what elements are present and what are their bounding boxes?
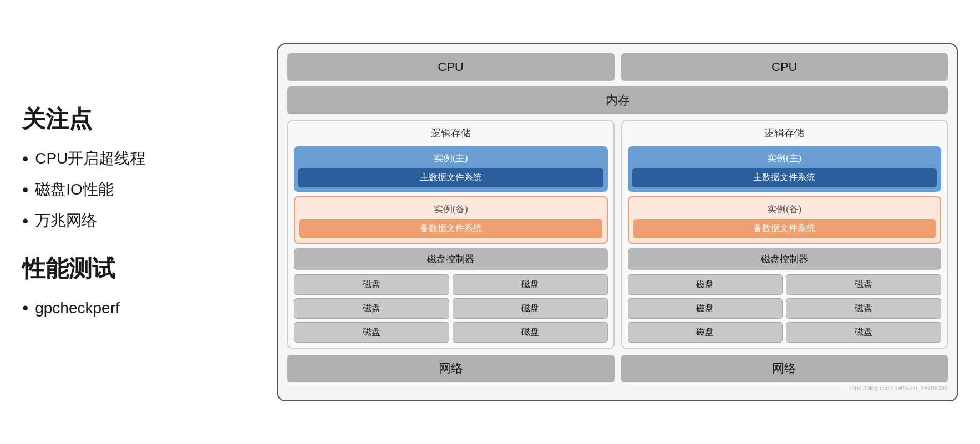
instance-primary-label-1: 实例(主): [298, 152, 603, 165]
network-box-1: 网络: [287, 355, 615, 382]
disk-grid-1: 磁盘 磁盘 磁盘 磁盘 磁盘 磁盘: [294, 274, 608, 343]
instance-secondary-1: 实例(备) 备数据文件系统: [294, 196, 608, 244]
bullet-list-2: gpcheckperf: [22, 298, 261, 318]
disk-controller-2: 磁盘控制器: [628, 248, 942, 270]
disk-2-1: 磁盘: [628, 274, 783, 295]
right-panel: CPU CPU 内存 逻辑存储 实例(主) 主数据文件系统 实例(备) 备数据文…: [277, 43, 958, 401]
bullet-list-1: CPU开启超线程 磁盘IO性能 万兆网络: [22, 148, 261, 231]
network-row: 网络 网络: [287, 355, 948, 382]
primary-fs-2: 主数据文件系统: [632, 168, 937, 187]
logic-col-2: 逻辑存储 实例(主) 主数据文件系统 实例(备) 备数据文件系统 磁盘控制器 磁…: [621, 120, 948, 349]
disk-1-6: 磁盘: [453, 322, 608, 343]
disk-2-2: 磁盘: [786, 274, 941, 295]
bullet-item-1: CPU开启超线程: [22, 148, 261, 169]
bullet-item-2: 磁盘IO性能: [22, 179, 261, 200]
disk-grid-2: 磁盘 磁盘 磁盘 磁盘 磁盘 磁盘: [628, 274, 942, 343]
disk-2-5: 磁盘: [628, 322, 783, 343]
network-box-2: 网络: [621, 355, 948, 382]
disk-1-3: 磁盘: [294, 298, 449, 319]
primary-fs-1: 主数据文件系统: [298, 168, 603, 187]
section2-title: 性能测试: [22, 253, 261, 284]
instance-primary-1: 实例(主) 主数据文件系统: [294, 146, 608, 192]
memory-row: 内存: [287, 86, 948, 114]
instance-secondary-2: 实例(备) 备数据文件系统: [628, 196, 942, 244]
bullet-item-4: gpcheckperf: [22, 298, 261, 318]
instance-secondary-label-1: 实例(备): [299, 203, 602, 216]
instance-primary-label-2: 实例(主): [632, 152, 937, 165]
watermark: https://blog.csdn.net/csdn_28788091: [287, 385, 948, 391]
disk-1-2: 磁盘: [453, 274, 608, 295]
logic-label-2: 逻辑存储: [628, 126, 942, 140]
disk-1-5: 磁盘: [294, 322, 449, 343]
logic-col-1: 逻辑存储 实例(主) 主数据文件系统 实例(备) 备数据文件系统 磁盘控制器 磁…: [287, 120, 615, 349]
cpu-box-1: CPU: [287, 53, 615, 81]
secondary-fs-1: 备数据文件系统: [299, 219, 602, 238]
instance-primary-2: 实例(主) 主数据文件系统: [628, 146, 942, 192]
bullet-item-3: 万兆网络: [22, 210, 261, 231]
disk-2-3: 磁盘: [628, 298, 783, 319]
disk-controller-1: 磁盘控制器: [294, 248, 608, 270]
disk-1-4: 磁盘: [453, 298, 608, 319]
section1-title: 关注点: [22, 104, 261, 135]
cpu-box-2: CPU: [621, 53, 948, 81]
left-panel: 关注点 CPU开启超线程 磁盘IO性能 万兆网络 性能测试 gpcheckper…: [22, 104, 277, 340]
secondary-fs-2: 备数据文件系统: [633, 219, 936, 238]
disk-2-6: 磁盘: [786, 322, 941, 343]
logic-label-1: 逻辑存储: [294, 126, 608, 140]
disk-1-1: 磁盘: [294, 274, 449, 295]
cpu-row: CPU CPU: [287, 53, 948, 81]
disk-2-4: 磁盘: [786, 298, 941, 319]
instance-secondary-label-2: 实例(备): [633, 203, 936, 216]
